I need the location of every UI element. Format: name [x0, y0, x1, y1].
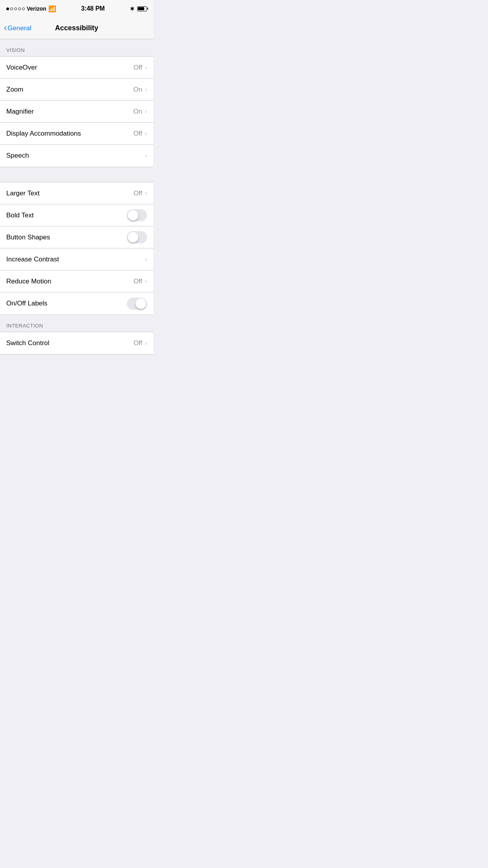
vision-group: VoiceOver Off › Zoom On › Magnifier On ›…	[0, 56, 153, 167]
magnifier-chevron-icon: ›	[145, 107, 147, 116]
display-group: Larger Text Off › Bold Text Button Shape…	[0, 182, 153, 315]
switch-control-right: Off ›	[134, 339, 147, 348]
signal-dot-5	[22, 7, 25, 10]
bold-text-label: Bold Text	[6, 211, 34, 219]
onoff-labels-row[interactable]: On/Off Labels	[0, 292, 153, 314]
zoom-chevron-icon: ›	[145, 85, 147, 94]
zoom-value: On	[133, 86, 142, 94]
bluetooth-icon: ∗	[130, 5, 135, 12]
switch-control-label: Switch Control	[6, 339, 50, 347]
zoom-label: Zoom	[6, 86, 23, 94]
page-title: Accessibility	[55, 24, 98, 32]
signal-dot-1	[6, 7, 9, 10]
signal-dots	[6, 7, 25, 10]
onoff-labels-right	[127, 298, 147, 310]
switch-control-chevron-icon: ›	[145, 339, 147, 348]
status-bar: Verizon 📶 3:48 PM ∗	[0, 0, 153, 17]
button-shapes-toggle-thumb	[128, 232, 138, 243]
magnifier-right: On ›	[133, 107, 147, 116]
zoom-right: On ›	[133, 85, 147, 94]
button-shapes-label: Button Shapes	[6, 234, 50, 241]
larger-text-chevron-icon: ›	[145, 189, 147, 197]
back-chevron-icon: ‹	[4, 24, 7, 32]
increase-contrast-row[interactable]: Increase Contrast ›	[0, 248, 153, 270]
spacer-between-sections	[0, 167, 153, 182]
voiceover-row[interactable]: VoiceOver Off ›	[0, 57, 153, 79]
status-left: Verizon 📶	[6, 5, 56, 13]
status-right: ∗	[130, 5, 147, 12]
button-shapes-row[interactable]: Button Shapes	[0, 226, 153, 248]
navigation-bar: ‹ General Accessibility	[0, 17, 153, 39]
reduce-motion-label: Reduce Motion	[6, 278, 51, 285]
reduce-motion-chevron-icon: ›	[145, 277, 147, 285]
battery-fill	[138, 7, 144, 10]
display-accommodations-chevron-icon: ›	[145, 129, 147, 138]
magnifier-value: On	[133, 108, 142, 116]
speech-right: ›	[142, 152, 147, 160]
signal-dot-4	[18, 7, 21, 10]
signal-dot-3	[14, 7, 17, 10]
onoff-labels-toggle-thumb	[136, 298, 146, 309]
display-accommodations-value: Off	[134, 130, 142, 138]
speech-chevron-icon: ›	[145, 152, 147, 160]
battery-indicator	[137, 6, 147, 11]
larger-text-right: Off ›	[134, 189, 147, 197]
voiceover-chevron-icon: ›	[145, 63, 147, 72]
section-header-vision: VISION	[0, 39, 153, 56]
increase-contrast-right: ›	[142, 255, 147, 263]
onoff-labels-label: On/Off Labels	[6, 300, 48, 307]
larger-text-row[interactable]: Larger Text Off ›	[0, 182, 153, 204]
bold-text-row[interactable]: Bold Text	[0, 204, 153, 226]
magnifier-label: Magnifier	[6, 108, 34, 116]
wifi-icon: 📶	[48, 5, 56, 13]
status-time: 3:48 PM	[81, 5, 105, 12]
zoom-row[interactable]: Zoom On ›	[0, 79, 153, 101]
button-shapes-right	[127, 231, 147, 243]
signal-dot-2	[10, 7, 13, 10]
interaction-group: Switch Control Off ›	[0, 332, 153, 355]
bold-text-toggle[interactable]	[127, 209, 147, 221]
back-label: General	[7, 24, 31, 32]
voiceover-right: Off ›	[134, 63, 147, 72]
larger-text-value: Off	[134, 189, 142, 197]
onoff-labels-toggle[interactable]	[127, 298, 147, 310]
display-accommodations-label: Display Accommodations	[6, 130, 81, 138]
reduce-motion-right: Off ›	[134, 277, 147, 285]
display-accommodations-row[interactable]: Display Accommodations Off ›	[0, 123, 153, 145]
back-button[interactable]: ‹ General	[4, 24, 31, 32]
reduce-motion-value: Off	[134, 278, 142, 285]
bold-text-toggle-thumb	[128, 210, 138, 221]
reduce-motion-row[interactable]: Reduce Motion Off ›	[0, 270, 153, 292]
voiceover-value: Off	[134, 64, 142, 72]
section-header-interaction: INTERACTION	[0, 315, 153, 332]
display-accommodations-right: Off ›	[134, 129, 147, 138]
increase-contrast-label: Increase Contrast	[6, 256, 59, 263]
bold-text-right	[127, 209, 147, 221]
increase-contrast-chevron-icon: ›	[145, 255, 147, 263]
magnifier-row[interactable]: Magnifier On ›	[0, 101, 153, 123]
switch-control-value: Off	[134, 339, 142, 347]
carrier-label: Verizon	[27, 6, 46, 12]
voiceover-label: VoiceOver	[6, 64, 37, 72]
switch-control-row[interactable]: Switch Control Off ›	[0, 332, 153, 354]
speech-row[interactable]: Speech ›	[0, 145, 153, 167]
speech-label: Speech	[6, 152, 29, 160]
button-shapes-toggle[interactable]	[127, 231, 147, 243]
larger-text-label: Larger Text	[6, 189, 40, 197]
